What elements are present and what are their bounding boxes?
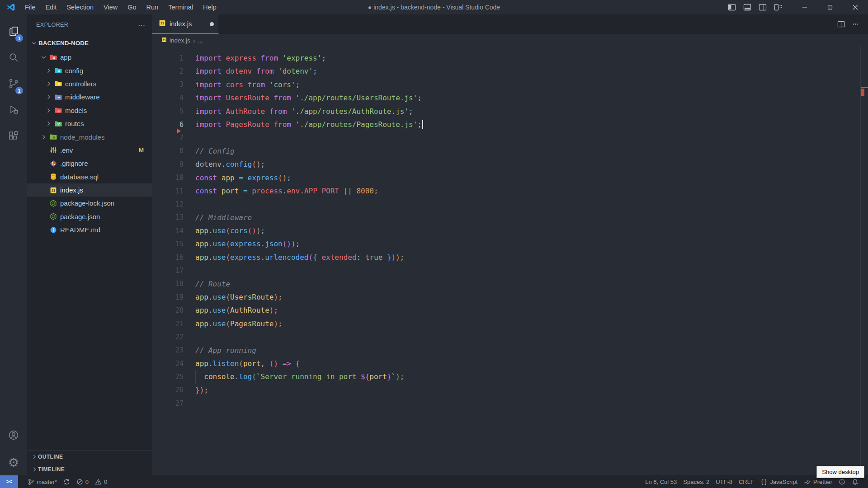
tree-item-models[interactable]: models [27, 104, 152, 117]
line-number[interactable]: 9 [152, 160, 184, 169]
code-line-23[interactable]: 23// App running [152, 344, 868, 357]
status-errors[interactable]: 0 [73, 479, 92, 485]
menu-go[interactable]: Go [123, 0, 141, 14]
toggle-secondary-sidebar-icon[interactable] [755, 0, 770, 14]
activity-extensions[interactable] [0, 124, 27, 150]
menu-selection[interactable]: Selection [61, 0, 99, 14]
line-number[interactable]: 11 [152, 187, 184, 195]
activity-source-control[interactable]: 1 [0, 71, 27, 98]
line-number[interactable]: 6 [152, 121, 184, 129]
line-number[interactable]: 21 [152, 320, 184, 328]
tree-item-config[interactable]: config [27, 64, 152, 77]
code-line-4[interactable]: 4import UsersRoute from './app/routes/Us… [152, 91, 868, 104]
tree-item--env[interactable]: .envM [27, 144, 152, 157]
line-number[interactable]: 25 [152, 373, 184, 381]
code-line-9[interactable]: 9dotenv.config(); [152, 158, 868, 171]
more-actions-icon[interactable] [848, 17, 863, 32]
line-number[interactable]: 27 [152, 399, 184, 408]
line-number[interactable]: 3 [152, 80, 184, 89]
line-number[interactable]: 10 [152, 174, 184, 182]
activity-accounts[interactable] [0, 423, 27, 449]
tree-item-middleware[interactable]: middleware [27, 90, 152, 103]
line-number[interactable]: 7 [152, 134, 184, 142]
code-line-2[interactable]: 2import dotenv from 'dotenv'; [152, 65, 868, 78]
status-notifications[interactable] [849, 479, 862, 485]
activity-run-debug[interactable] [0, 98, 27, 124]
menu-run[interactable]: Run [142, 0, 164, 14]
activity-search[interactable] [0, 45, 27, 71]
tree-item-package-lock-json[interactable]: package-lock.json [27, 197, 152, 210]
status-language-mode[interactable]: {}JavaScript [757, 479, 801, 485]
tree-item-readme-md[interactable]: README.md [27, 223, 152, 236]
code-line-10[interactable]: 10const app = express(); [152, 171, 868, 184]
activity-settings[interactable]: ⚙ [0, 449, 27, 475]
status-branch[interactable]: master* [24, 479, 60, 485]
customize-layout-icon[interactable] [770, 0, 786, 14]
line-number[interactable]: 1 [152, 54, 184, 62]
project-root-row[interactable]: BACKEND-NODE [27, 35, 152, 51]
activity-explorer[interactable]: 1 [0, 19, 27, 45]
split-editor-icon[interactable] [834, 17, 848, 32]
code-line-13[interactable]: 13// Middleware [152, 211, 868, 224]
code-line-12[interactable]: 12 [152, 197, 868, 211]
line-number[interactable]: 14 [152, 227, 184, 235]
code-line-15[interactable]: 15app.use(express.json()); [152, 237, 868, 250]
code-line-3[interactable]: 3import cors from 'cors'; [152, 78, 868, 91]
tree-item-database-sql[interactable]: database.sql [27, 170, 152, 183]
code-line-20[interactable]: 20app.use(AuthRoute); [152, 304, 868, 317]
code-line-26[interactable]: 26}); [152, 384, 868, 397]
menu-view[interactable]: View [99, 0, 123, 14]
status-encoding[interactable]: UTF-8 [712, 479, 736, 485]
code-line-22[interactable]: 22 [152, 330, 868, 343]
status-cursor-position[interactable]: Ln 6, Col 53 [642, 479, 680, 485]
close-button[interactable] [843, 0, 868, 14]
tree-item-controllers[interactable]: controllers [27, 77, 152, 90]
tree-item-routes[interactable]: routes [27, 117, 152, 130]
code-line-6[interactable]: 6import PagesRoute from './app/routes/Pa… [152, 118, 868, 131]
code-line-27[interactable]: 27 [152, 397, 868, 410]
status-formatter[interactable]: Prettier [801, 478, 835, 485]
tree-item-app[interactable]: app [27, 51, 152, 64]
line-number[interactable]: 8 [152, 147, 184, 155]
tree-item--gitignore[interactable]: .gitignore [27, 157, 152, 170]
code-line-24[interactable]: 24app.listen(port, () => { [152, 357, 868, 370]
tree-item-node-modules[interactable]: node_modules [27, 130, 152, 143]
line-number[interactable]: 22 [152, 333, 184, 341]
line-number[interactable]: 2 [152, 67, 184, 75]
tree-item-index-js[interactable]: JSindex.js [27, 183, 152, 197]
menu-terminal[interactable]: Terminal [163, 0, 198, 14]
code-line-18[interactable]: 18// Route [152, 277, 868, 291]
code-line-17[interactable]: 17 [152, 264, 868, 277]
line-number[interactable]: 23 [152, 346, 184, 354]
line-number[interactable]: 13 [152, 213, 184, 221]
line-number[interactable]: 19 [152, 293, 184, 301]
line-number[interactable]: 12 [152, 200, 184, 208]
code-line-25[interactable]: 25 console.log(`Server running in port $… [152, 370, 868, 383]
restore-button[interactable] [817, 0, 843, 14]
code-line-16[interactable]: 16app.use(express.urlencoded({ extended:… [152, 251, 868, 264]
status-indentation[interactable]: Spaces: 2 [680, 479, 712, 485]
code-line-8[interactable]: 8// Config [152, 145, 868, 158]
minimize-button[interactable] [792, 0, 817, 14]
line-number[interactable]: 15 [152, 240, 184, 248]
code-line-21[interactable]: 21app.use(PagesRoute); [152, 317, 868, 330]
line-number[interactable]: 24 [152, 360, 184, 368]
remote-indicator[interactable]: >< [0, 475, 18, 488]
code-editor[interactable]: 1import express from 'express';2import d… [152, 47, 868, 475]
menu-help[interactable]: Help [198, 0, 222, 14]
status-eol[interactable]: CRLF [736, 479, 757, 485]
code-line-11[interactable]: 11const port = process.env.APP_PORT || 8… [152, 184, 868, 197]
toggle-primary-sidebar-icon[interactable] [724, 0, 740, 14]
status-sync[interactable] [60, 479, 73, 485]
code-line-1[interactable]: 1import express from 'express'; [152, 52, 868, 65]
line-number[interactable]: 5 [152, 107, 184, 115]
timeline-section-header[interactable]: TIMELINE [27, 463, 152, 475]
code-line-14[interactable]: 14app.use(cors()); [152, 224, 868, 237]
modified-dot-icon[interactable] [210, 22, 214, 26]
toggle-panel-icon[interactable] [740, 0, 755, 14]
menu-edit[interactable]: Edit [40, 0, 61, 14]
code-line-5[interactable]: 5import AuthRoute from './app/routes/Aut… [152, 105, 868, 118]
breadcrumb-file[interactable]: JS index.js [161, 37, 190, 44]
line-number[interactable]: 20 [152, 306, 184, 314]
line-number[interactable]: 26 [152, 386, 184, 394]
